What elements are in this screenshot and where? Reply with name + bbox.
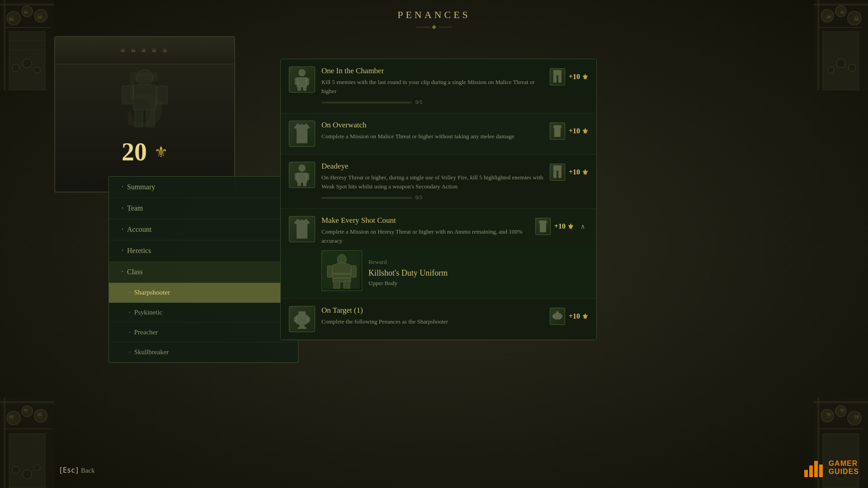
reward-figure-icon — [324, 253, 360, 289]
sidebar-item-sharpshooter[interactable]: · Sharpshooter — [109, 283, 298, 303]
svg-rect-92 — [333, 273, 351, 275]
crown-icon-5: ⚜ — [582, 312, 588, 321]
svg-rect-79 — [295, 173, 298, 180]
penance-content-3: Deadeye On Heresy Threat or higher, duri… — [321, 162, 543, 201]
svg-point-15 — [34, 67, 40, 73]
collapse-button-4[interactable]: ∧ — [577, 221, 588, 232]
svg-text:☠: ☠ — [37, 13, 42, 20]
crown-icon-3: ⚜ — [582, 168, 588, 177]
points-value-5: +10 — [569, 312, 580, 320]
svg-text:☠: ☠ — [8, 15, 14, 23]
sidebar-item-label: Sharpshooter — [134, 289, 170, 296]
sidebar-item-label: Preacher — [134, 328, 158, 336]
shirt-icon — [293, 122, 311, 145]
progress-bar-bg — [321, 102, 412, 103]
penance-right-4: +10 ⚜ ∧ — [535, 216, 588, 235]
sidebar-item-psykinetic[interactable]: · Psykinetic — [109, 303, 298, 323]
penance-thumbnail-3 — [289, 162, 315, 188]
penance-title-4: Make Every Shot Count — [321, 216, 529, 225]
sidebar-item-label: Account — [127, 225, 285, 234]
svg-rect-17 — [817, 0, 819, 90]
svg-point-14 — [23, 59, 32, 68]
sidebar-item-heretics[interactable]: · Heretics — [109, 240, 298, 262]
gamepad-icon — [293, 308, 311, 330]
sidebar-item-label: Summary — [127, 183, 285, 191]
svg-rect-85 — [558, 171, 561, 178]
pants-icon — [552, 70, 562, 84]
esc-back[interactable]: [Esc] Back — [59, 466, 95, 474]
svg-text:☠: ☠ — [826, 13, 832, 20]
penance-right-5: +10 ⚜ — [550, 306, 588, 325]
reward-icon-5 — [550, 308, 565, 325]
svg-point-13 — [12, 64, 19, 71]
sidebar-item-skullbreaker[interactable]: · Skullbreaker — [109, 343, 298, 362]
nav-menu: · Summary · Team · Account · Heretics · … — [108, 176, 298, 363]
reward-label: Reward — [368, 258, 588, 266]
gamepad-small-icon — [552, 310, 562, 323]
svg-text:☠: ☠ — [826, 411, 832, 418]
reward-image — [321, 250, 362, 291]
frame-body: 5 — [55, 64, 234, 132]
left-panel: ☠ ☠ ☠ ☠ ☠ 5 20 ⚜ · Summary · Team — [54, 36, 249, 192]
sidebar-item-team[interactable]: · Team — [109, 198, 298, 219]
guides-label: GUIDES — [829, 468, 859, 476]
shirt-small-icon — [552, 124, 562, 138]
gamer-guides-text: GAMER GUIDES — [829, 460, 859, 475]
progress-text-3: 0/5 — [415, 194, 422, 201]
svg-text:☠: ☠ — [854, 413, 860, 421]
svg-rect-70 — [295, 78, 298, 85]
svg-rect-83 — [553, 165, 561, 171]
gamer-label: GAMER — [829, 460, 859, 468]
points-value-4: +10 — [554, 222, 566, 230]
corner-decoration-tl: ☠ ☠ ☠ — [0, 0, 54, 90]
penance-progress-1: 0/5 — [321, 99, 543, 106]
penance-item-one-in-chamber[interactable]: One In the Chamber Kill 5 enemies with t… — [281, 59, 596, 113]
svg-rect-32 — [0, 401, 54, 403]
svg-rect-37 — [5, 428, 51, 429]
points-value-1: +10 — [569, 73, 580, 81]
svg-rect-18 — [814, 4, 868, 5]
penance-item-make-header: Make Every Shot Count Complete a Mission… — [281, 209, 596, 249]
bullet-icon: · — [122, 247, 123, 255]
shirt-icon-2 — [293, 218, 311, 240]
svg-rect-76 — [558, 75, 561, 83]
sidebar-item-summary[interactable]: · Summary — [109, 177, 298, 198]
corner-decoration-tr: ☠ ☠ ☠ — [814, 0, 868, 90]
penances-panel: One In the Chamber Kill 5 enemies with t… — [280, 59, 597, 340]
crown-icon-4: ⚜ — [567, 222, 574, 231]
svg-point-29 — [828, 67, 834, 73]
penance-title-5: On Target (1) — [321, 306, 543, 315]
bullet-icon: · — [129, 328, 131, 336]
penance-right-1: +10 ⚜ — [550, 66, 588, 85]
page-title: PENANCES — [397, 9, 471, 21]
reward-info: Reward Killshot's Duty Uniform Upper Bod… — [368, 255, 588, 287]
svg-rect-65 — [156, 86, 167, 104]
svg-rect-74 — [553, 70, 561, 75]
svg-rect-106 — [814, 461, 818, 477]
penance-content-5: On Target (1) Complete the following Pen… — [321, 306, 543, 326]
crown-icon-2: ⚜ — [582, 127, 588, 136]
svg-rect-67 — [146, 109, 155, 127]
penance-item-on-overwatch[interactable]: On Overwatch Complete a Mission on Malic… — [281, 113, 596, 155]
svg-rect-72 — [297, 86, 301, 91]
svg-text:☠: ☠ — [23, 9, 28, 15]
penance-desc-1: Kill 5 enemies with the last round in yo… — [321, 78, 543, 95]
svg-rect-93 — [333, 277, 351, 279]
points-badge-1: +10 ⚜ — [569, 73, 588, 81]
penance-item-on-target[interactable]: On Target (1) Complete the following Pen… — [281, 299, 596, 340]
penance-progress-3: 0/5 — [321, 194, 543, 201]
penance-content-4: Make Every Shot Count Complete a Mission… — [321, 216, 529, 245]
pants-icon-2 — [552, 165, 562, 179]
svg-rect-84 — [553, 171, 557, 178]
penance-item-make-every-shot[interactable]: Make Every Shot Count Complete a Mission… — [281, 209, 596, 299]
svg-point-27 — [849, 64, 856, 71]
svg-rect-104 — [804, 470, 808, 477]
penance-title-3: Deadeye — [321, 162, 543, 171]
sidebar-item-preacher[interactable]: · Preacher — [109, 323, 298, 343]
svg-rect-51 — [817, 428, 863, 429]
sidebar-item-account[interactable]: · Account — [109, 219, 298, 240]
sidebar-item-class[interactable]: · Class ⌃ — [109, 262, 298, 283]
points-badge-3: +10 ⚜ — [569, 168, 588, 177]
penance-item-deadeye[interactable]: Deadeye On Heresy Threat or higher, duri… — [281, 155, 596, 209]
penance-desc-5: Complete the following Penances as the S… — [321, 317, 543, 326]
